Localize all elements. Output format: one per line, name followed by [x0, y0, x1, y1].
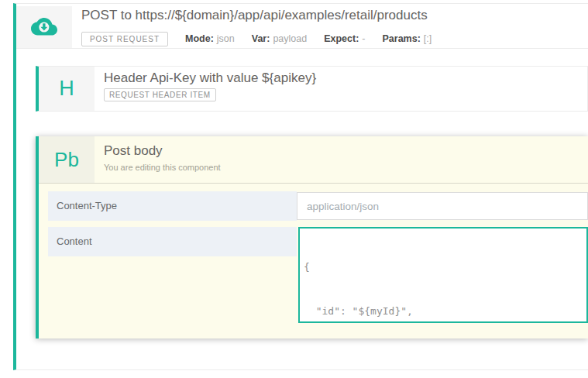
cloud-download-icon [31, 16, 57, 39]
meta-params: Params:[:] [383, 33, 432, 44]
meta-var: Var:payload [252, 33, 307, 44]
post-body-header-text: Post body You are editing this component [95, 136, 221, 183]
code-line: { [304, 259, 583, 274]
meta-expect: Expect:- [324, 33, 365, 44]
header-item-icon-box: H [39, 67, 95, 111]
content-type-input[interactable] [297, 192, 588, 220]
post-request-title: POST to https://${domain}/app/api/exampl… [81, 8, 428, 23]
meta-mode: Mode:json [185, 33, 235, 44]
header-item-body: Header Api-Key with value ${apikey} REQU… [95, 67, 316, 111]
post-request-type-badge: POST REQUEST [81, 32, 168, 46]
post-request-meta-row: POST REQUEST Mode:json Var:payload Expec… [81, 31, 432, 46]
content-row: Content { "id": "${myId}", "name": "${de… [48, 227, 588, 323]
content-type-row: Content-Type [48, 191, 588, 221]
post-body-editing-note: You are editing this component [104, 163, 221, 172]
post-body-header: Pb Post body You are editing this compon… [39, 136, 588, 184]
request-header-item-block[interactable]: H Header Api-Key with value ${apikey} RE… [36, 66, 588, 112]
post-header-divider [16, 48, 588, 49]
header-item-type-badge: REQUEST HEADER ITEM [104, 88, 216, 101]
header-item-title: Header Api-Key with value ${apikey} [104, 70, 316, 86]
post-body-icon-box: Pb [39, 136, 95, 183]
content-label: Content [48, 227, 297, 256]
post-body-block[interactable]: Pb Post body You are editing this compon… [36, 136, 588, 338]
post-body-fields: Content-Type Content { "id": "${myId}", … [39, 184, 588, 323]
post-request-icon-box [16, 6, 72, 48]
header-item-letter-icon: H [59, 77, 74, 101]
content-type-label: Content-Type [48, 191, 297, 221]
content-code-editor[interactable]: { "id": "${myId}", "name": "${defaultPro… [298, 227, 588, 323]
post-body-title: Post body [104, 143, 221, 159]
post-body-letter-icon: Pb [54, 148, 79, 172]
code-line: "id": "${myId}", [304, 304, 583, 318]
